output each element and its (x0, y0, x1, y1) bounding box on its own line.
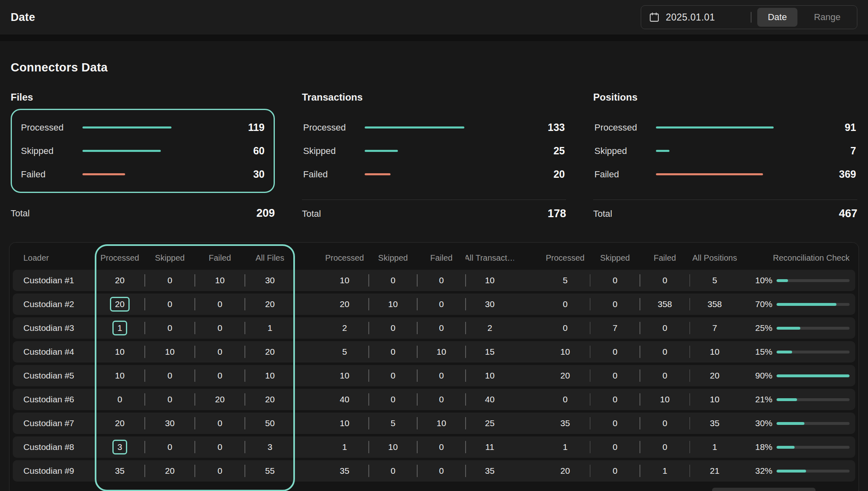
summary-bar (365, 126, 516, 128)
reconciliation-header-cell: Reconciliation Check (740, 246, 855, 270)
cell-files-1: 10 (145, 341, 195, 363)
files-highlight-box: Processed 119 Skipped 60 Failed 30 (11, 109, 275, 193)
cell-positions-1: 0 (590, 389, 640, 410)
summary-bar (656, 150, 807, 152)
transactions-cell-group: 2002 (320, 317, 514, 339)
summary-row-value: 133 (530, 122, 565, 133)
files-cell-group: 100010 (95, 365, 295, 386)
cell-positions-3: 35 (690, 413, 740, 434)
transactions-cell-group: 100010 (320, 365, 514, 386)
positions-cell-group: 200121 (540, 460, 740, 482)
summary-row-value: 369 (821, 168, 856, 180)
cell-files-3: 30 (245, 270, 295, 291)
files-cell-group: 1001 (95, 317, 295, 339)
cell-files-1: 30 (145, 413, 195, 434)
table-row[interactable]: Custodian #600202040004000101021% (13, 389, 855, 410)
cell-transactions-3: 11 (466, 436, 514, 458)
highlighted-value-box: 1 (112, 321, 127, 335)
cell-transactions-2: 10 (417, 413, 466, 434)
summary-row: Skipped 25 (303, 139, 565, 163)
failed-bar (656, 173, 763, 175)
cell-positions-3: 358 (690, 294, 740, 315)
summary-row: Failed 20 (303, 163, 565, 186)
reconciliation-bar (777, 351, 850, 353)
table-header: Loader Processed Skipped Failed All File… (13, 246, 855, 270)
files-cell-group: 200020 (95, 294, 295, 315)
table-row[interactable]: Custodian #4101002050101510001015% (13, 341, 855, 363)
cell-transactions-0: 1 (320, 436, 369, 458)
summary-row: Processed 119 (21, 116, 265, 139)
cell-files-2: 0 (195, 365, 245, 386)
processed-bar (656, 126, 774, 128)
reconciliation-percent: 10% (755, 275, 772, 285)
positions-cell-group: 0707 (540, 317, 740, 339)
cell-files-1: 0 (145, 389, 195, 410)
summary-bar (82, 173, 215, 175)
cell-transactions-1: 0 (369, 460, 417, 482)
main-content: Connectors Data Files Processed 119 Skip… (0, 61, 868, 220)
range-mode-button[interactable]: Range (803, 8, 851, 27)
column-header-transactions-processed: Processed (320, 246, 369, 270)
date-value[interactable]: 2025.01.01 (666, 12, 715, 23)
cell-transactions-2: 0 (417, 270, 466, 291)
cell-positions-2: 10 (640, 389, 690, 410)
total-row: Total 178 (302, 200, 566, 220)
reconciliation-percent: 70% (755, 299, 772, 309)
loaders-table: Loader Processed Skipped Failed All File… (9, 242, 859, 491)
horizontal-scrollbar-thumb[interactable] (712, 488, 815, 491)
total-value: 209 (256, 207, 275, 220)
cell-transactions-3: 35 (466, 460, 514, 482)
cell-transactions-3: 2 (466, 317, 514, 339)
reconciliation-cell: 18% (740, 436, 855, 458)
cell-positions-3: 21 (690, 460, 740, 482)
summary-row-label: Failed (594, 169, 656, 180)
cell-transactions-3: 10 (466, 270, 514, 291)
column-header-files-failed: Failed (195, 246, 245, 270)
files-cell-group: 3003 (95, 436, 295, 458)
table-row[interactable]: Custodian #220002020100300035835870% (13, 294, 855, 315)
reconciliation-percent: 30% (755, 418, 772, 428)
column-header-all-files: All Files (245, 246, 295, 270)
summary-bar (656, 126, 807, 128)
skipped-bar (656, 150, 669, 152)
cell-positions-0: 0 (540, 389, 590, 410)
cell-files-3: 55 (245, 460, 295, 482)
reconciliation-bar-fill (777, 374, 850, 377)
cell-positions-3: 7 (690, 317, 740, 339)
loader-name: Custodian #2 (13, 299, 95, 309)
cell-positions-3: 10 (690, 389, 740, 410)
column-header-reconciliation-check: Reconciliation Check (773, 253, 850, 263)
cell-files-0: 20 (95, 270, 145, 291)
cell-files-0: 3 (95, 436, 145, 458)
reconciliation-cell: 10% (740, 270, 855, 291)
cell-files-2: 0 (195, 341, 245, 363)
date-picker[interactable]: 2025.01.01 Date Range (641, 5, 857, 29)
column-header-files-processed: Processed (95, 246, 145, 270)
summary-row: Failed 30 (21, 163, 265, 186)
table-row[interactable]: Custodian #510001010001020002090% (13, 365, 855, 386)
table-row[interactable]: Custodian #83003110011100118% (13, 436, 855, 458)
transactions-cell-group: 400040 (320, 389, 514, 410)
loader-name: Custodian #9 (13, 466, 95, 476)
date-mode-button[interactable]: Date (757, 8, 797, 27)
reconciliation-cell: 70% (740, 294, 855, 315)
loader-name: Custodian #7 (13, 418, 95, 428)
cell-transactions-3: 25 (466, 413, 514, 434)
cell-positions-3: 20 (690, 365, 740, 386)
reconciliation-bar-fill (777, 398, 797, 401)
cell-positions-0: 20 (540, 460, 590, 482)
column-header-transactions-failed: Failed (417, 246, 466, 270)
cell-positions-1: 0 (590, 413, 640, 434)
loader-name: Custodian #4 (13, 347, 95, 357)
table-row[interactable]: Custodian #12001030100010500510% (13, 270, 855, 291)
cell-files-3: 20 (245, 389, 295, 410)
summary-row: Skipped 7 (594, 139, 856, 163)
summary-row-value: 30 (229, 168, 265, 180)
summary-row-label: Failed (303, 169, 365, 180)
cell-files-1: 20 (145, 460, 195, 482)
table-row[interactable]: Custodian #72030050105102535003530% (13, 413, 855, 434)
files-summary-card: Files Processed 119 Skipped 60 Failed 30 (11, 92, 275, 220)
reconciliation-bar-fill (777, 470, 806, 473)
table-row[interactable]: Custodian #310012002070725% (13, 317, 855, 339)
table-row[interactable]: Custodian #9352005535003520012132% (13, 460, 855, 482)
